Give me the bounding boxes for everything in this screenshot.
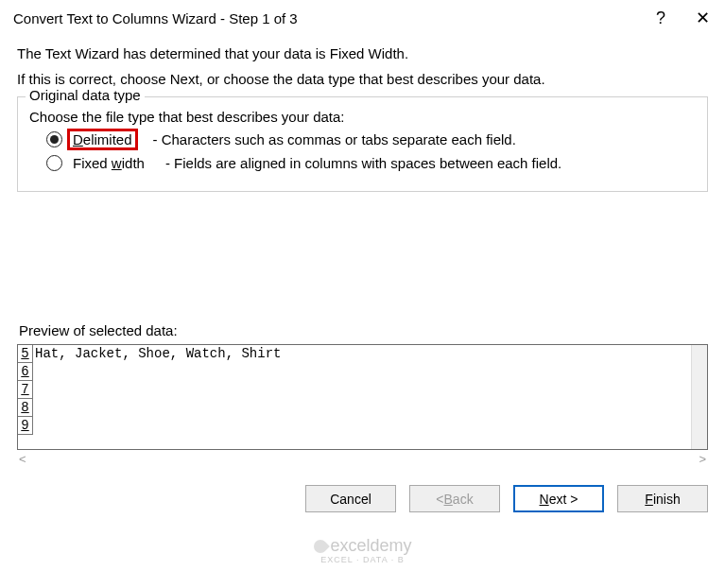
preview-row: 9 <box>18 417 707 435</box>
titlebar: Convert Text to Columns Wizard - Step 1 … <box>0 0 725 34</box>
radio-row-delimited[interactable]: Delimited - Characters such as commas or… <box>46 130 698 148</box>
scroll-right-icon[interactable]: > <box>699 452 706 466</box>
preview-rownum: 6 <box>18 363 33 381</box>
preview-box: 5 Hat, Jacket, Shoe, Watch, Shirt 6 7 8 … <box>17 344 708 450</box>
radio-fixed-width-label[interactable]: Fixed width <box>69 154 148 172</box>
preview-row: 5 Hat, Jacket, Shoe, Watch, Shirt <box>18 345 707 363</box>
leaf-icon <box>311 537 330 556</box>
radio-fixed-width-desc: - Fields are aligned in columns with spa… <box>165 155 561 171</box>
scroll-left-icon[interactable]: < <box>19 452 26 466</box>
preview-label: Preview of selected data: <box>19 322 708 338</box>
preview-rownum: 9 <box>18 417 33 435</box>
preview-row: 7 <box>18 381 707 399</box>
preview-row: 8 <box>18 399 707 417</box>
radio-delimited[interactable] <box>46 131 62 147</box>
finish-button[interactable]: Finish <box>617 485 708 512</box>
radio-delimited-desc: - Characters such as commas or tabs sepa… <box>153 131 516 147</box>
preview-horizontal-scrollbar[interactable]: < > <box>17 450 708 466</box>
preview-row: 6 <box>18 363 707 381</box>
preview-cell <box>33 399 35 417</box>
radio-fixed-width[interactable] <box>46 155 62 171</box>
preview-cell <box>33 381 35 399</box>
choose-file-type-label: Choose the file type that best describes… <box>29 109 698 125</box>
watermark: exceldemy EXCEL · DATA · B <box>313 539 411 566</box>
preview-cell <box>33 417 35 435</box>
preview-cell: Hat, Jacket, Shoe, Watch, Shirt <box>33 345 281 363</box>
preview-rownum: 7 <box>18 381 33 399</box>
window-title: Convert Text to Columns Wizard - Step 1 … <box>13 10 656 26</box>
help-icon[interactable]: ? <box>656 9 665 28</box>
dialog-content: The Text Wizard has determined that your… <box>0 34 725 466</box>
next-button[interactable]: Next > <box>513 485 604 512</box>
original-data-type-group: Original data type Choose the file type … <box>17 96 708 192</box>
preview-rownum: 5 <box>18 345 33 363</box>
close-icon[interactable]: ✕ <box>692 8 714 28</box>
group-legend: Original data type <box>26 87 145 103</box>
preview-vertical-scrollbar[interactable] <box>691 345 707 449</box>
preview-rownum: 8 <box>18 399 33 417</box>
intro-line-2: If this is correct, choose Next, or choo… <box>17 71 708 87</box>
back-button: < Back <box>409 485 500 512</box>
button-row: Cancel < Back Next > Finish <box>0 466 725 512</box>
cancel-button[interactable]: Cancel <box>305 485 396 512</box>
intro-line-1: The Text Wizard has determined that your… <box>17 45 708 61</box>
radio-delimited-label[interactable]: Delimited <box>69 130 136 148</box>
preview-cell <box>33 363 35 381</box>
radio-row-fixed-width[interactable]: Fixed width - Fields are aligned in colu… <box>46 154 698 172</box>
